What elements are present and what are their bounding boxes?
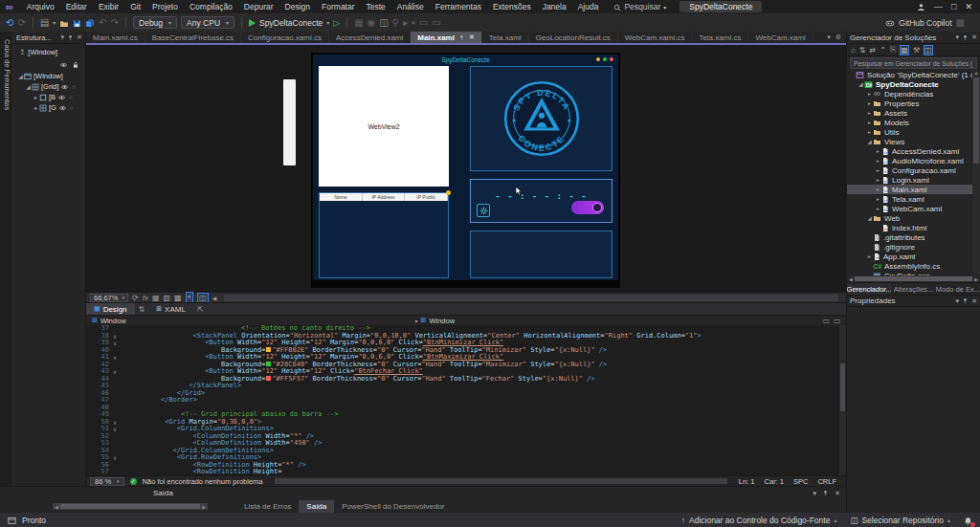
menu-projeto[interactable]: Projeto	[146, 2, 184, 11]
fold-arrow-icon[interactable]: ∨	[109, 368, 121, 376]
maximize-dot[interactable]	[603, 57, 607, 61]
tab-xaml[interactable]: ⊞ XAML	[148, 303, 193, 315]
fold-arrow-icon[interactable]: ∨	[109, 354, 121, 362]
collapsed-arrow-icon[interactable]: ▸	[866, 120, 873, 125]
popout-icon[interactable]: ⇱	[193, 305, 208, 314]
pin-icon[interactable]	[962, 33, 969, 41]
collapsed-arrow-icon[interactable]: ▸	[875, 167, 881, 173]
tab-options-icon[interactable]: ⚙	[835, 33, 841, 41]
eye-icon[interactable]	[57, 93, 66, 101]
close-icon[interactable]: ✕	[77, 33, 82, 41]
solution-item-configuracao.xaml[interactable]: ▸<>Configuracao.xaml	[847, 165, 980, 175]
tab-main.xaml.cs[interactable]: Main.xaml.cs	[86, 32, 145, 43]
editor-vscrollbar[interactable]	[839, 325, 846, 475]
collapse-all-icon[interactable]: ⌃	[880, 46, 886, 55]
collapsed-arrow-icon[interactable]: ▸	[866, 253, 873, 259]
menu-design[interactable]: Design	[279, 2, 316, 11]
properties-icon[interactable]: ⚒	[913, 46, 920, 55]
close-button[interactable]: ✕	[965, 2, 972, 11]
toolbox-side-tab[interactable]: Caixa de Ferramentas	[0, 32, 13, 486]
menu-janela[interactable]: Janela	[537, 2, 572, 11]
solution-item-login.xaml[interactable]: ▸<>Login.xaml	[847, 175, 980, 185]
solution-item-assets[interactable]: ▸Assets	[847, 108, 980, 118]
menu-teste[interactable]: Teste	[361, 2, 391, 11]
eye-icon[interactable]	[58, 103, 67, 112]
solution-item-assemblyinfo.cs[interactable]: C#AssemblyInfo.cs	[847, 261, 980, 271]
tree-vscrollbar[interactable]: ▲	[972, 70, 980, 275]
maximize-button[interactable]: □	[951, 2, 956, 11]
solution-item-properties[interactable]: ▸Properties	[847, 99, 980, 108]
tab-webcam.xaml.cs[interactable]: WebCam.xaml.cs	[618, 32, 693, 43]
solution-search-input[interactable]: Pesquisar em Gerenciador de Soluções ( ▾	[850, 57, 977, 69]
menu-ajuda[interactable]: Ajuda	[572, 2, 605, 11]
home-icon[interactable]: ⌂	[851, 46, 856, 55]
design-app-window[interactable]: SpyDeltaConecte WebView2 NomeIP Address	[311, 53, 620, 288]
collapsed-arrow-icon[interactable]: ▸	[875, 196, 881, 202]
account-avatar[interactable]	[917, 2, 925, 11]
extra-icon[interactable]: ▭	[419, 18, 428, 28]
select-repository-button[interactable]: ◫ Selecionar Repositório ▴	[850, 516, 950, 525]
minimize-dot[interactable]	[596, 57, 600, 61]
breakpoint-icon[interactable]: ◉	[368, 18, 376, 28]
add-source-control-button[interactable]: ↑ Adicionar ao Controle do Código-Fonte …	[681, 516, 837, 525]
fold-arrow-icon[interactable]: ∨	[109, 340, 121, 347]
line-indicator[interactable]: Ln: 1	[739, 477, 755, 486]
pending-changes-icon[interactable]: ⇄	[870, 46, 877, 55]
preview-icon[interactable]: ◫	[924, 45, 933, 55]
navigate-back-icon[interactable]: ⟲	[6, 18, 13, 28]
solution-item-main.xaml[interactable]: ▸<>Main.xaml	[847, 185, 980, 194]
live-share-icon[interactable]: ▦	[354, 18, 363, 28]
debug-config-dropdown[interactable]: Debug▾	[133, 16, 177, 29]
tab-geolocationresult.cs[interactable]: GeoLocationResult.cs	[529, 32, 618, 43]
nav-element-left[interactable]: ⊞ Window	[86, 317, 132, 325]
outline-item-window[interactable]: ◢[Window]	[13, 71, 85, 81]
menu-extensões[interactable]: Extensões	[487, 2, 537, 11]
notifications-bell-icon[interactable]	[964, 515, 972, 524]
solution-item-views[interactable]: ◢Views	[847, 137, 980, 146]
bottom-tab-powershell-do-desenvolvedor[interactable]: PowerShell do Desenvolvedor	[334, 500, 452, 513]
menu-arquivo[interactable]: Arquivo	[21, 2, 60, 11]
grid-lines-icon[interactable]: ▧	[163, 294, 170, 302]
redo-icon[interactable]: ↷	[111, 18, 119, 28]
collapsed-arrow-icon[interactable]: ▸	[866, 100, 873, 106]
menu-formatar[interactable]: Formatar	[316, 2, 360, 11]
solution-item-solu-o-spydeltaconecte-1-de-1-proj[interactable]: Solução 'SpyDeltaConecte' (1 de 1 proj	[847, 70, 980, 79]
fold-arrow-icon[interactable]: ∨	[109, 426, 121, 433]
collapse-arrow-icon[interactable]: ◢	[25, 83, 32, 90]
menu-exibir[interactable]: Exibir	[93, 2, 124, 11]
expand-arrow-icon[interactable]: ▸	[33, 104, 39, 111]
design-settings-button[interactable]	[477, 204, 490, 217]
fold-arrow-icon[interactable]: ∨	[109, 333, 121, 340]
tab-tela.xaml[interactable]: Tela.xaml	[482, 32, 529, 43]
split-icon[interactable]: ▭	[823, 317, 830, 325]
menu-ferramentas[interactable]: Ferramentas	[430, 2, 487, 11]
tab-list-icon[interactable]: ▾	[827, 33, 831, 41]
eye-icon[interactable]	[60, 82, 69, 91]
github-copilot-button[interactable]: GitHub Copilot ▩	[885, 17, 974, 27]
save-icon[interactable]	[73, 17, 81, 27]
tab-tela.xaml.cs[interactable]: Tela.xaml.cs	[692, 32, 748, 43]
menu-compilação[interactable]: Compilação	[184, 2, 238, 11]
fold-arrow-icon[interactable]: ∨	[109, 454, 121, 462]
solution-item-.gitattributes[interactable]: .gitattributes	[847, 232, 980, 242]
chevron-down-icon[interactable]: ▾	[61, 33, 65, 41]
column-indicator[interactable]: Car: 1	[765, 477, 784, 486]
xaml-designer-surface[interactable]: SpyDeltaConecte WebView2 NomeIP Address	[86, 45, 846, 292]
outline-item-b[interactable]: ▸[B○	[13, 92, 85, 102]
platform-dropdown[interactable]: Any CPU▾	[181, 16, 234, 29]
collapsed-arrow-icon[interactable]: ▸	[875, 206, 881, 211]
refresh-icon[interactable]: ⟳	[132, 294, 139, 302]
panel-tab-alteraes[interactable]: Alterações...	[891, 283, 935, 295]
swap-panes-icon[interactable]: ⇅	[135, 305, 149, 314]
attach-icon[interactable]: ▸	[403, 18, 408, 28]
solution-item-app.xaml[interactable]: ▸<>App.xaml	[847, 252, 980, 261]
adorner-handle[interactable]	[446, 190, 451, 195]
solution-item-web[interactable]: ◢Web	[847, 213, 980, 223]
pin-icon[interactable]	[822, 490, 829, 497]
snap-to-snaplines-icon[interactable]: ◫	[197, 293, 209, 303]
collapsed-arrow-icon[interactable]: ▸	[875, 177, 881, 183]
solution-item-utils[interactable]: ▸Utils	[847, 127, 980, 137]
lock-icon[interactable]	[72, 60, 79, 69]
outline-scope-row[interactable]: ↥ [Window]	[13, 44, 85, 58]
solution-item-spydelta.exe[interactable]: SpyDelta.exe	[847, 271, 980, 275]
